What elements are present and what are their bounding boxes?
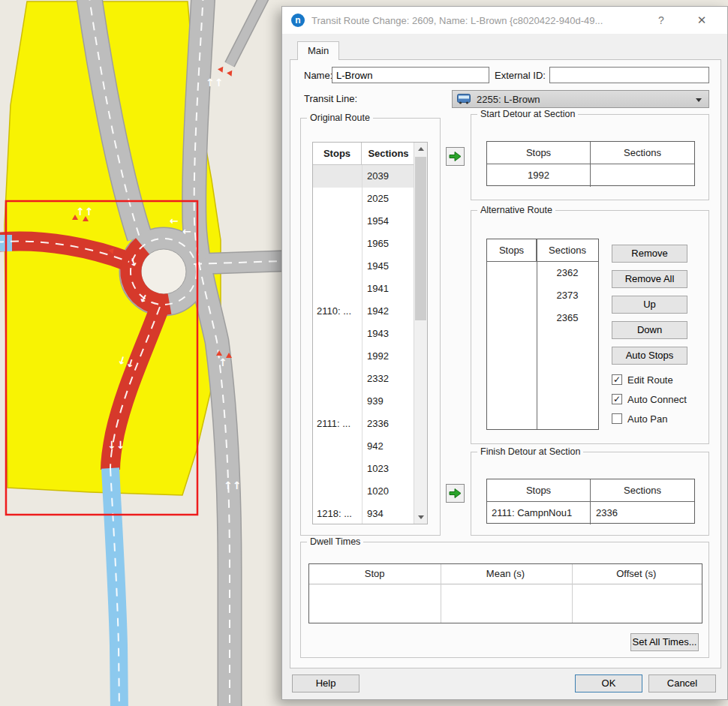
transit-line-label: Transit Line:: [304, 93, 357, 104]
cell-section: 1943: [362, 323, 415, 345]
finish-detour-title: Finish Detour at Section: [477, 446, 583, 457]
table-row[interactable]: 1943: [313, 323, 415, 345]
edit-route-checkbox[interactable]: ✓ Edit Route: [612, 374, 673, 386]
cell-section: 1023: [362, 458, 415, 480]
transit-route-change-dialog: n Transit Route Change: 2609, Name: L-Br…: [281, 6, 728, 700]
table-row[interactable]: 2111: ...2336: [313, 413, 415, 435]
table-row[interactable]: 1965: [313, 233, 415, 255]
column-divider: [441, 564, 441, 623]
dwell-times-table[interactable]: Stop Mean (s) Offset (s): [308, 563, 702, 623]
table-row[interactable]: 1954: [313, 210, 415, 233]
transit-line-dropdown[interactable]: 2255: L-Brown: [452, 90, 709, 108]
remove-button[interactable]: Remove: [612, 245, 687, 263]
cell-section: 1945: [362, 255, 415, 278]
table-row[interactable]: 939: [313, 390, 415, 413]
table-row[interactable]: 2332: [313, 368, 415, 390]
scroll-thumb[interactable]: [415, 157, 426, 320]
svg-text:↑↑: ↑↑: [76, 206, 93, 218]
auto-connect-checkbox[interactable]: ✓ Auto Connect: [612, 393, 687, 405]
table-row[interactable]: 1992: [313, 345, 415, 368]
col-stops: Stops: [313, 143, 362, 164]
finish-detour-group: Finish Detour at Section Stops Sections …: [471, 452, 709, 536]
close-icon[interactable]: ✕: [693, 13, 710, 28]
table-row[interactable]: 2362: [487, 262, 598, 284]
cell-stop: [487, 284, 537, 307]
dialog-titlebar[interactable]: n Transit Route Change: 2609, Name: L-Br…: [282, 7, 727, 34]
alternative-route-table[interactable]: Stops Sections 2362 2373 2365: [486, 239, 599, 430]
col-stop: Stop: [309, 564, 440, 584]
cell-section: 2039: [362, 165, 415, 188]
help-button[interactable]: Help: [292, 674, 359, 692]
finish-detour-table[interactable]: Stops Sections 2111: CampnNou1 2336: [486, 479, 695, 524]
cell-stop: [313, 255, 362, 278]
cell-stop: [313, 435, 362, 458]
cell-section: 2336: [591, 502, 694, 524]
alternative-route-header: Stops Sections: [487, 239, 598, 262]
table-row[interactable]: 1020: [313, 480, 415, 503]
original-route-group: Original Route Stops Sections 2039 2025 …: [300, 118, 441, 536]
auto-stops-button[interactable]: Auto Stops: [612, 347, 687, 365]
table-row[interactable]: 1992: [487, 164, 694, 187]
ok-button[interactable]: OK: [575, 674, 642, 692]
set-all-times-button[interactable]: Set All Times...: [630, 633, 699, 651]
cell-stop: [313, 233, 362, 255]
cell-stop: [487, 262, 537, 284]
application-window: ↑↑ ↑↑ ← ← ↓ ↓ ↓↓ ↓↓ ↑↑ ↑ n Transit Ro: [0, 0, 728, 706]
alternative-route-group: Alternative Route Stops Sections 2362 23…: [471, 210, 709, 444]
column-divider: [362, 165, 362, 524]
table-row[interactable]: 2110: ...1942: [313, 300, 415, 323]
cell-stop: [313, 345, 362, 368]
name-input[interactable]: [332, 67, 489, 83]
up-button[interactable]: Up: [612, 296, 687, 314]
auto-connect-label: Auto Connect: [627, 394, 687, 405]
table-row[interactable]: 942: [313, 435, 415, 458]
table-row[interactable]: 1218: ...934: [313, 503, 415, 524]
table-row[interactable]: 2039: [313, 165, 415, 188]
cell-stop: [313, 165, 362, 188]
start-detour-header: Stops Sections: [487, 142, 694, 164]
name-label: Name:: [304, 70, 332, 81]
cancel-button[interactable]: Cancel: [648, 674, 716, 692]
table-row[interactable]: 2365: [487, 307, 598, 329]
col-sections: Sections: [537, 239, 598, 261]
vertical-scrollbar[interactable]: [414, 143, 427, 524]
cell-stop: [487, 307, 537, 329]
set-finish-detour-button[interactable]: [446, 484, 465, 503]
set-start-detour-button[interactable]: [446, 147, 465, 166]
green-arrow-right-icon: [449, 151, 462, 162]
table-row[interactable]: 1941: [313, 278, 415, 300]
help-titlebar-button[interactable]: ?: [653, 13, 669, 28]
start-detour-group: Start Detour at Section Stops Sections 1…: [471, 114, 709, 200]
svg-text:↑↑: ↑↑: [224, 479, 241, 491]
external-id-input[interactable]: [549, 67, 709, 83]
cell-stop: 2111: ...: [313, 413, 362, 435]
cell-stop: [313, 210, 362, 233]
dwell-times-header: Stop Mean (s) Offset (s): [309, 564, 702, 584]
edit-route-label: Edit Route: [627, 374, 673, 386]
start-detour-table[interactable]: Stops Sections 1992: [486, 141, 695, 186]
tab-main[interactable]: Main: [297, 41, 339, 60]
table-row[interactable]: 2025: [313, 188, 415, 210]
triangle-up-icon: [418, 147, 424, 151]
cell-stop: [313, 368, 362, 390]
scroll-down-button[interactable]: [414, 511, 427, 524]
table-row[interactable]: 2373: [487, 284, 598, 307]
chevron-down-icon: [696, 98, 702, 102]
svg-text:↑↑: ↑↑: [206, 77, 223, 89]
original-route-rows: 2039 2025 1954 1965 1945 1941 2110: ...1…: [313, 165, 415, 524]
checkbox-check-icon: ✓: [612, 394, 622, 404]
tab-content: Name: External ID: Transit Line: 2255: L…: [290, 59, 721, 668]
remove-all-button[interactable]: Remove All: [612, 270, 687, 288]
original-route-header: Stops Sections: [313, 143, 427, 165]
col-sections: Sections: [591, 142, 694, 164]
col-sections: Sections: [362, 143, 415, 164]
cell-section: 2373: [537, 284, 598, 307]
table-row[interactable]: 1945: [313, 255, 415, 278]
down-button[interactable]: Down: [612, 321, 687, 339]
table-row[interactable]: 1023: [313, 458, 415, 480]
scroll-up-button[interactable]: [414, 143, 427, 155]
original-route-table[interactable]: Stops Sections 2039 2025 1954 1965 1945 …: [312, 142, 428, 524]
auto-pan-checkbox[interactable]: Auto Pan: [612, 413, 668, 425]
table-row[interactable]: 2111: CampnNou1 2336: [487, 502, 694, 524]
transit-line-value: 2255: L-Brown: [477, 94, 540, 105]
